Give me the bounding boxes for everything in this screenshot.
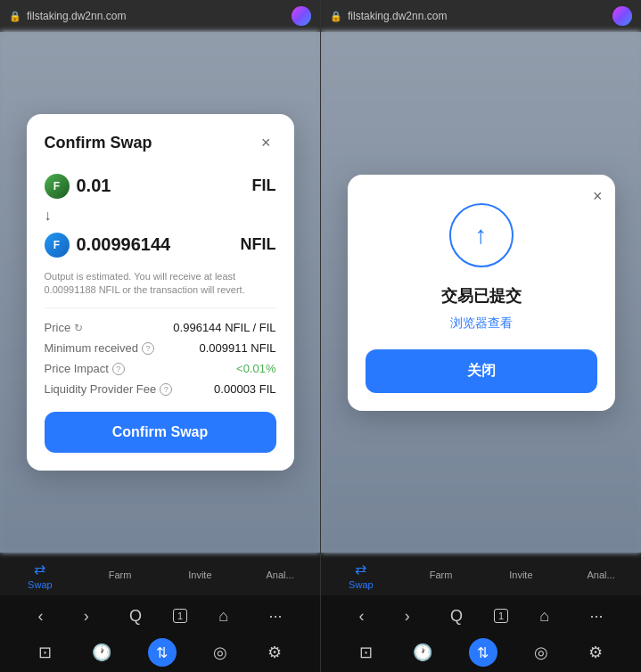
swap-details: Price ↻ 0.996144 NFIL / FIL Minimum rece…	[45, 307, 276, 399]
modal-header: Confirm Swap ×	[45, 132, 276, 154]
close-main-button[interactable]: 关闭	[366, 349, 597, 393]
from-token-left: F 0.01	[45, 174, 111, 199]
swap-nav-icon-left: ⇄	[34, 561, 45, 578]
left-screen: 🔒 filstaking.dw2nn.com Confirm Swap × F …	[0, 0, 320, 595]
more-button-left[interactable]: ···	[259, 603, 291, 629]
tool2-left[interactable]: 🕐	[88, 639, 115, 666]
tab-count-left[interactable]: 1	[173, 609, 187, 623]
page-bg-right: × ↑ 交易已提交 浏览器查看 关闭	[321, 32, 641, 553]
detail-minimum-label: Minimum received ?	[45, 341, 154, 355]
close-success-button[interactable]: ×	[593, 187, 603, 206]
browser-url-left: filstaking.dw2nn.com	[27, 10, 286, 22]
nav-item-invite-right[interactable]: Invite	[498, 570, 543, 580]
detail-impact-row: Price Impact ? <0.01%	[45, 358, 276, 379]
android-nav-right: ‹ › Q 1 ⌂ ···	[321, 595, 641, 636]
detail-minimum-value: 0.009911 NFIL	[199, 341, 275, 355]
home-button-left[interactable]: ⌂	[210, 603, 237, 629]
confirm-swap-modal: Confirm Swap × F 0.01 FIL ↓ F	[27, 114, 294, 471]
browser-url-right: filstaking.dw2nn.com	[348, 10, 607, 22]
from-symbol: FIL	[252, 176, 276, 195]
browser-bar-left: 🔒 filstaking.dw2nn.com	[0, 0, 320, 32]
fil-icon: F	[45, 174, 70, 199]
swap-arrow-down: ↓	[45, 204, 276, 227]
tool1-left[interactable]: ⊡	[35, 639, 55, 666]
more-button-right[interactable]: ···	[580, 603, 612, 629]
android-tools-left: ⊡ 🕐 ⇅ ◎ ⚙	[0, 636, 320, 672]
output-note: Output is estimated. You will receive at…	[45, 270, 276, 298]
browser-avatar-right	[612, 6, 632, 26]
detail-fee-row: Liquidity Provider Fee ? 0.00003 FIL	[45, 379, 276, 399]
modal-title: Confirm Swap	[45, 134, 152, 152]
browser-avatar-left	[292, 6, 311, 26]
view-browser-link[interactable]: 浏览器查看	[366, 316, 597, 332]
help-icon-fee[interactable]: ?	[160, 383, 172, 396]
swap-nav-icon-right: ⇄	[355, 561, 366, 578]
lock-icon-right: 🔒	[330, 11, 342, 22]
tab-count-right[interactable]: 1	[494, 609, 508, 623]
nav-label-farm-left: Farm	[109, 570, 132, 580]
page-bg-left: Confirm Swap × F 0.01 FIL ↓ F	[0, 32, 320, 553]
home-button-right[interactable]: ⌂	[530, 603, 558, 629]
tool3-right[interactable]: ⇅	[469, 638, 497, 667]
nav-item-swap-left[interactable]: ⇄ Swap	[18, 561, 62, 590]
detail-price-row: Price ↻ 0.996144 NFIL / FIL	[45, 317, 276, 338]
nav-label-invite-left: Invite	[188, 570, 211, 580]
search-button-right[interactable]: Q	[441, 603, 472, 629]
bottom-nav-right: ⇄ Swap Farm Invite Anal...	[321, 553, 641, 595]
success-modal: × ↑ 交易已提交 浏览器查看 关闭	[348, 175, 615, 411]
to-token-row: F 0.00996144 NFIL	[45, 227, 276, 263]
forward-button-left[interactable]: ›	[75, 603, 98, 629]
android-nav-left: ‹ › Q 1 ⌂ ···	[0, 595, 320, 636]
help-icon-minimum[interactable]: ?	[142, 342, 154, 355]
nav-label-invite-right: Invite	[509, 570, 532, 580]
nav-item-swap-right[interactable]: ⇄ Swap	[339, 561, 383, 590]
tool5-right[interactable]: ⚙	[585, 639, 606, 666]
to-token-left: F 0.00996144	[45, 233, 171, 258]
bottom-nav-left: ⇄ Swap Farm Invite Anal...	[0, 553, 320, 595]
detail-impact-value: <0.01%	[236, 362, 275, 375]
from-token-row: F 0.01 FIL	[45, 168, 276, 204]
nav-item-analytics-right[interactable]: Anal...	[579, 570, 623, 580]
tool1-right[interactable]: ⊡	[356, 639, 376, 666]
modal-overlay-left: Confirm Swap × F 0.01 FIL ↓ F	[0, 32, 320, 553]
nav-label-swap-right: Swap	[349, 579, 374, 590]
from-amount: 0.01	[77, 176, 111, 196]
upload-icon: ↑	[475, 221, 488, 250]
close-modal-button[interactable]: ×	[256, 132, 276, 154]
tool4-left[interactable]: ◎	[210, 639, 231, 666]
confirm-swap-button[interactable]: Confirm Swap	[45, 412, 276, 453]
nav-item-farm-left[interactable]: Farm	[98, 570, 143, 580]
lock-icon-left: 🔒	[9, 11, 21, 22]
browser-bar-right: 🔒 filstaking.dw2nn.com	[321, 0, 641, 32]
detail-minimum-row: Minimum received ? 0.009911 NFIL	[45, 338, 276, 358]
nav-item-invite-left[interactable]: Invite	[177, 570, 222, 580]
to-amount: 0.00996144	[77, 234, 171, 255]
nav-label-analytics-left: Anal...	[267, 570, 294, 580]
help-icon-impact[interactable]: ?	[112, 363, 125, 375]
refresh-icon[interactable]: ↻	[74, 322, 83, 334]
success-title: 交易已提交	[366, 285, 597, 307]
nfil-icon: F	[45, 233, 70, 258]
tool4-right[interactable]: ◎	[530, 639, 552, 666]
detail-price-value: 0.996144 NFIL / FIL	[173, 321, 275, 334]
detail-price-label: Price ↻	[45, 321, 84, 334]
tool2-right[interactable]: 🕐	[409, 639, 436, 666]
nav-item-farm-right[interactable]: Farm	[419, 570, 464, 580]
tool3-left[interactable]: ⇅	[148, 638, 177, 667]
nav-label-swap-left: Swap	[28, 579, 53, 590]
detail-fee-value: 0.00003 FIL	[214, 382, 275, 396]
detail-fee-label: Liquidity Provider Fee ?	[45, 382, 173, 396]
detail-impact-label: Price Impact ?	[45, 362, 125, 375]
back-button-left[interactable]: ‹	[29, 603, 53, 629]
to-symbol: NFIL	[241, 235, 276, 254]
android-bar: ‹ › Q 1 ⌂ ··· ⊡ 🕐 ⇅ ◎ ⚙ ‹ › Q 1 ⌂	[0, 595, 641, 672]
back-button-right[interactable]: ‹	[350, 603, 374, 629]
forward-button-right[interactable]: ›	[396, 603, 419, 629]
nav-item-analytics-left[interactable]: Anal...	[258, 570, 302, 580]
search-button-left[interactable]: Q	[120, 603, 151, 629]
tool5-left[interactable]: ⚙	[264, 639, 285, 666]
modal-overlay-right: × ↑ 交易已提交 浏览器查看 关闭	[321, 32, 641, 553]
android-tools-right: ⊡ 🕐 ⇅ ◎ ⚙	[321, 636, 641, 672]
right-screen: 🔒 filstaking.dw2nn.com × ↑ 交易已提交 浏览器查看 关…	[320, 0, 641, 595]
success-icon-wrapper: ↑	[449, 203, 514, 267]
